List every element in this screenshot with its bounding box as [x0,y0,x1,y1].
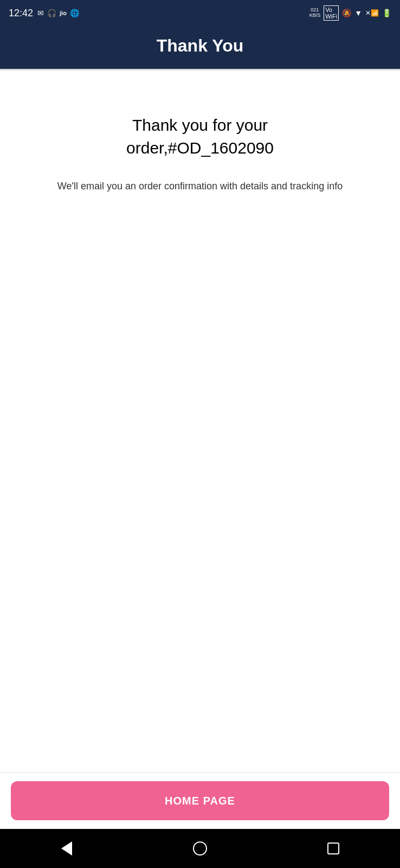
signal-icon: ✕📶 [365,9,379,17]
status-icons-left: ✉ 🎧 jio 🌐 [37,9,79,17]
status-bar: 12:42 ✉ 🎧 jio 🌐 021 KB/S VoWiFi 🔕 ▼ ✕📶 🔋 [0,0,400,26]
back-icon [61,841,72,856]
order-confirmation-text: We'll email you an order confirmation wi… [57,179,343,194]
status-time: 12:42 [9,8,33,19]
msg-icon: ✉ [37,9,44,17]
headset-icon: 🎧 [47,9,56,17]
order-thank-you-message: Thank you for your order,#OD_1602090 [126,114,274,159]
recent-icon [327,843,339,854]
home-page-button[interactable]: HOME PAGE [11,781,389,820]
page-header: Thank You [0,26,400,69]
battery-icon: 🔋 [382,9,391,17]
network-speed: 021 KB/S [309,8,321,18]
wifi-icon: ▼ [354,9,362,17]
nav-home-button[interactable] [186,835,214,862]
volte-wifi-icon: VoWiFi [324,5,339,21]
status-bar-right: 021 KB/S VoWiFi 🔕 ▼ ✕📶 🔋 [309,5,391,21]
status-bar-left: 12:42 ✉ 🎧 jio 🌐 [9,8,79,19]
mute-icon: 🔕 [342,9,351,17]
globe-icon: 🌐 [70,9,79,17]
nav-recent-button[interactable] [320,835,347,862]
nav-back-button[interactable] [53,835,80,862]
order-thank-you-line1: Thank you for your [132,116,268,134]
order-thank-you-line2: order,#OD_1602090 [126,139,274,157]
bottom-area: HOME PAGE [0,772,400,829]
nav-bar [0,829,400,868]
page-title: Thank You [11,36,389,56]
main-content: Thank you for your order,#OD_1602090 We'… [0,71,400,772]
jio-icon: jio [60,10,67,16]
home-icon [193,841,207,856]
